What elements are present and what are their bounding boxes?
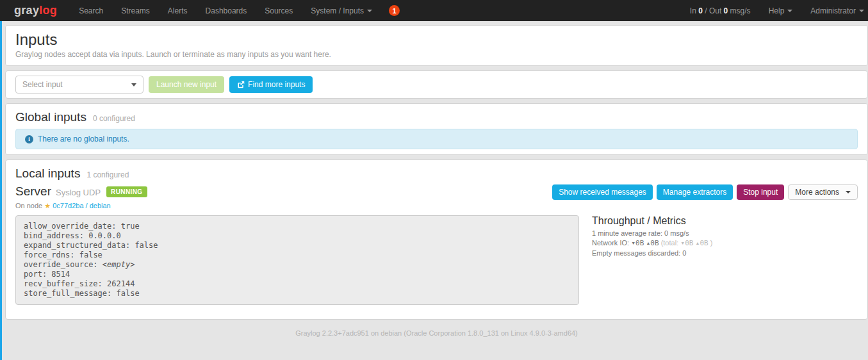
config-line: force_rdns: false bbox=[24, 250, 571, 260]
logo-text-log: log bbox=[39, 4, 57, 17]
network-down-value: 0B bbox=[635, 239, 644, 247]
launch-new-input-button[interactable]: Launch new input bbox=[149, 76, 224, 93]
navbar-right: In 0 / Out 0 msg/s Help Administrator bbox=[690, 6, 864, 15]
page-content: Inputs Graylog nodes accept data via inp… bbox=[5, 25, 868, 337]
total-open-label: (total: bbox=[661, 239, 679, 247]
nav-streams-label: Streams bbox=[121, 6, 150, 15]
global-throughput-indicator: In 0 / Out 0 msg/s bbox=[690, 6, 751, 15]
config-line: bind_address: 0.0.0.0 bbox=[24, 231, 571, 241]
create-input-card: Select input Launch new input Find more … bbox=[5, 70, 868, 99]
nav-system-inputs[interactable]: System / Inputs bbox=[302, 0, 381, 21]
local-inputs-card: Local inputs 1 configured Server Syslog … bbox=[5, 160, 868, 320]
node-link[interactable]: 0c77d2ba / debian bbox=[53, 202, 111, 209]
local-inputs-title: Local inputs bbox=[15, 167, 80, 181]
chevron-down-icon bbox=[787, 10, 792, 12]
total-close-label: ) bbox=[710, 239, 713, 247]
no-global-inputs-alert: i There are no global inputs. bbox=[15, 129, 858, 149]
input-type-select-value: Select input bbox=[22, 80, 63, 89]
config-line: expand_structured_data: false bbox=[24, 241, 571, 250]
nav-search-label: Search bbox=[79, 6, 103, 15]
page-description: Graylog nodes accept data via inputs. La… bbox=[15, 50, 858, 59]
nav-streams[interactable]: Streams bbox=[112, 0, 159, 21]
input-actions: Show received messages Manage extractors… bbox=[552, 184, 858, 200]
input-name: Server bbox=[15, 184, 51, 199]
throughput-metrics-title: Throughput / Metrics bbox=[592, 215, 712, 227]
network-up-value: 0B bbox=[650, 239, 659, 247]
user-label: Administrator bbox=[810, 6, 856, 15]
network-io-line: Network IO: ▼0B ▲0B (total: ▼0B ▲0B ) bbox=[592, 239, 712, 247]
input-details-row: allow_override_date: true bind_address: … bbox=[15, 215, 858, 305]
nav-search[interactable]: Search bbox=[70, 0, 112, 21]
total-down-value: 0B bbox=[685, 239, 693, 247]
network-io-label: Network IO: bbox=[592, 239, 629, 247]
network-total-group: (total: ▼0B ▲0B ) bbox=[661, 239, 713, 247]
chevron-down-icon bbox=[846, 191, 851, 193]
throughput-in-value: 0 bbox=[698, 6, 703, 15]
throughput-out-label: / Out bbox=[705, 6, 721, 15]
input-row-header: Server Syslog UDP RUNNING Show received … bbox=[15, 184, 858, 200]
launch-new-input-label: Launch new input bbox=[156, 80, 217, 89]
config-line: store_full_message: false bbox=[24, 289, 571, 299]
favorite-star-icon: ★ bbox=[44, 202, 51, 209]
average-rate-line: 1 minute average rate: 0 msg/s bbox=[592, 229, 712, 237]
notification-badge[interactable]: 1 bbox=[389, 5, 400, 16]
chevron-down-icon bbox=[367, 10, 372, 12]
nav-alerts-label: Alerts bbox=[168, 6, 188, 15]
input-configuration-block: allow_override_date: true bind_address: … bbox=[15, 215, 579, 305]
global-inputs-title: Global inputs bbox=[15, 110, 86, 124]
page-header-card: Inputs Graylog nodes accept data via inp… bbox=[5, 25, 868, 66]
config-line: port: 8514 bbox=[24, 270, 571, 279]
find-more-inputs-button[interactable]: Find more inputs bbox=[229, 76, 313, 93]
nav-help-menu[interactable]: Help bbox=[769, 6, 793, 15]
graylog-logo[interactable]: graylog bbox=[0, 4, 70, 17]
global-inputs-card: Global inputs 0 configured i There are n… bbox=[5, 103, 868, 155]
nav-sources-label: Sources bbox=[265, 6, 293, 15]
total-up-value: 0B bbox=[700, 239, 708, 247]
info-icon: i bbox=[25, 135, 33, 143]
logo-text-gray: gray bbox=[14, 4, 39, 17]
local-inputs-count: 1 configured bbox=[86, 170, 129, 179]
config-line: allow_override_date: true bbox=[24, 222, 571, 231]
more-actions-button[interactable]: More actions bbox=[788, 184, 858, 200]
no-global-inputs-text: There are no global inputs. bbox=[38, 135, 129, 143]
nav-sources[interactable]: Sources bbox=[256, 0, 302, 21]
nav-system-inputs-label: System / Inputs bbox=[311, 6, 364, 15]
left-edge-stripe bbox=[0, 21, 2, 360]
throughput-in-label: In bbox=[690, 6, 696, 15]
throughput-metrics-panel: Throughput / Metrics 1 minute average ra… bbox=[592, 215, 712, 305]
input-type-select[interactable]: Select input bbox=[15, 76, 143, 94]
config-line: recv_buffer_size: 262144 bbox=[24, 279, 571, 289]
status-badge: RUNNING bbox=[106, 186, 147, 197]
top-navbar: graylog Search Streams Alerts Dashboards… bbox=[0, 0, 868, 21]
external-link-icon bbox=[237, 81, 245, 88]
more-actions-label: More actions bbox=[795, 188, 839, 197]
nav-dashboards[interactable]: Dashboards bbox=[197, 0, 256, 21]
empty-messages-line: Empty messages discarded: 0 bbox=[592, 249, 712, 257]
input-type: Syslog UDP bbox=[56, 188, 101, 197]
chevron-down-icon bbox=[131, 83, 136, 86]
main-navigation: Search Streams Alerts Dashboards Sources… bbox=[70, 0, 400, 21]
throughput-out-value: 0 bbox=[724, 6, 728, 15]
nav-dashboards-label: Dashboards bbox=[206, 6, 247, 15]
chevron-down-icon bbox=[859, 10, 864, 12]
version-footer: Graylog 2.2.3+7adc951 on debian (Oracle … bbox=[5, 329, 868, 337]
page-title: Inputs bbox=[15, 31, 858, 49]
node-line: On node ★ 0c77d2ba / debian bbox=[15, 202, 858, 210]
help-label: Help bbox=[769, 6, 785, 15]
find-more-inputs-label: Find more inputs bbox=[248, 80, 305, 89]
nav-user-menu[interactable]: Administrator bbox=[810, 6, 864, 15]
config-line: override_source: <empty> bbox=[24, 260, 571, 270]
stop-input-button[interactable]: Stop input bbox=[737, 184, 784, 200]
nav-alerts[interactable]: Alerts bbox=[159, 0, 197, 21]
global-inputs-count: 0 configured bbox=[93, 114, 135, 123]
manage-extractors-button[interactable]: Manage extractors bbox=[657, 184, 733, 200]
on-node-label: On node bbox=[15, 202, 42, 209]
throughput-unit: msg/s bbox=[730, 6, 751, 15]
show-received-messages-button[interactable]: Show received messages bbox=[552, 184, 653, 200]
